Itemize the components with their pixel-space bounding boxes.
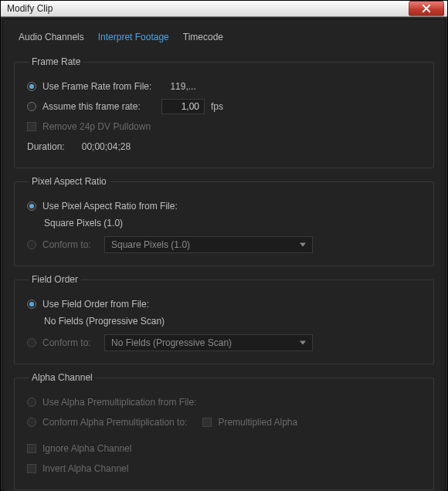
field-order-conform-select[interactable]: No Fields (Progressive Scan) [104, 334, 313, 351]
frame-rate-legend: Frame Rate [29, 56, 83, 67]
radio-field-order-from-file[interactable] [27, 300, 36, 309]
alpha-legend: Alpha Channel [29, 372, 96, 383]
par-file-value: Square Pixels (1.0) [44, 218, 123, 229]
radio-par-from-file[interactable] [27, 201, 36, 211]
titlebar: Modify Clip [1, 1, 447, 17]
use-frame-rate-label: Use Frame Rate from File: [42, 81, 151, 92]
pixel-aspect-ratio-group: Pixel Aspect Ratio Use Pixel Aspect Rati… [14, 176, 434, 266]
field-order-conform-label: Conform to: [42, 337, 98, 348]
radio-assume-frame-rate[interactable] [27, 102, 36, 111]
remove-pulldown-label: Remove 24p DV Pulldown [42, 121, 151, 132]
premultiplied-alpha-label: Premultiplied Alpha [218, 417, 297, 428]
ignore-alpha-label: Ignore Alpha Channel [42, 443, 131, 454]
field-order-file-value: No Fields (Progressive Scan) [44, 316, 165, 327]
invert-alpha-label: Invert Alpha Channel [42, 463, 128, 474]
field-order-group: Field Order Use Field Order from File: N… [14, 274, 434, 364]
close-button[interactable] [409, 1, 444, 16]
frame-rate-group: Frame Rate Use Frame Rate from File: 119… [14, 56, 434, 168]
chevron-down-icon [300, 341, 306, 345]
radio-alpha-conform [27, 418, 36, 427]
field-order-legend: Field Order [29, 274, 81, 285]
fps-unit: fps [211, 101, 223, 112]
tab-audio-channels[interactable]: Audio Channels [19, 30, 84, 44]
field-order-from-file-label: Use Field Order from File: [42, 299, 149, 310]
close-icon [422, 4, 431, 13]
file-fps-value: 119,... [170, 81, 195, 92]
modify-clip-dialog: Modify Clip Audio Channels Interpret Foo… [0, 0, 448, 491]
alpha-channel-group: Alpha Channel Use Alpha Premultiplicatio… [14, 372, 434, 490]
assume-fps-input[interactable]: 1,00 [161, 99, 205, 114]
par-conform-value: Square Pixels (1.0) [111, 239, 190, 250]
par-conform-select[interactable]: Square Pixels (1.0) [104, 236, 313, 253]
tab-interpret-footage[interactable]: Interpret Footage [98, 30, 169, 44]
duration-value: 00;00;04;28 [82, 141, 131, 152]
assume-frame-rate-label: Assume this frame rate: [42, 101, 155, 112]
checkbox-remove-pulldown [27, 122, 36, 131]
checkbox-ignore-alpha [27, 444, 36, 453]
radio-alpha-from-file [27, 398, 36, 407]
radio-field-order-conform[interactable] [27, 338, 36, 347]
radio-use-frame-rate-from-file[interactable] [27, 82, 36, 91]
par-conform-label: Conform to: [42, 239, 98, 250]
field-order-conform-value: No Fields (Progressive Scan) [111, 337, 232, 348]
checkbox-invert-alpha [27, 464, 36, 473]
tab-bar: Audio Channels Interpret Footage Timecod… [14, 30, 434, 49]
duration-label: Duration: [27, 141, 65, 152]
par-legend: Pixel Aspect Ratio [29, 176, 110, 187]
chevron-down-icon [300, 243, 306, 247]
tab-timecode[interactable]: Timecode [183, 30, 223, 44]
window-title: Modify Clip [7, 3, 407, 14]
alpha-conform-label: Conform Alpha Premultiplication to: [42, 417, 187, 428]
alpha-from-file-label: Use Alpha Premultiplication from File: [42, 397, 196, 408]
dialog-body: Audio Channels Interpret Footage Timecod… [2, 19, 446, 491]
par-from-file-label: Use Pixel Aspect Ratio from File: [42, 201, 178, 212]
radio-par-conform[interactable] [27, 240, 36, 249]
checkbox-premultiplied-alpha [202, 418, 212, 427]
